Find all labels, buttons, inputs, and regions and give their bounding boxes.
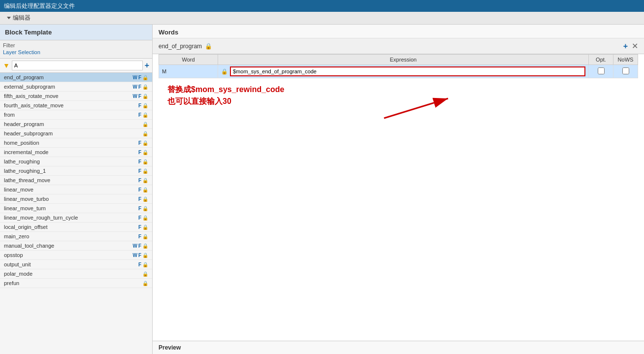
search-input[interactable] xyxy=(12,61,143,70)
sidebar-item-badges: WF🔒 xyxy=(132,253,148,258)
badge-w: W xyxy=(132,253,137,258)
lock-icon: 🔒 xyxy=(142,122,148,127)
lock-icon: 🔒 xyxy=(142,140,148,146)
sidebar-item-badges: F🔒 xyxy=(138,196,148,202)
opt-checkbox[interactable] xyxy=(598,67,605,74)
badge-f: F xyxy=(138,196,141,202)
sidebar-item[interactable]: fromF🔒 xyxy=(0,110,152,120)
badge-f: F xyxy=(138,112,141,118)
badge-w: W xyxy=(132,75,137,80)
sidebar-title: Block Template xyxy=(5,29,52,36)
sidebar-item[interactable]: external_subprogramWF🔒 xyxy=(0,82,152,92)
sidebar: Block Template Filter Layer Selection ▼ … xyxy=(0,25,153,354)
sidebar-item[interactable]: linear_move_turnF🔒 xyxy=(0,204,152,213)
expression-input[interactable] xyxy=(230,66,585,76)
sidebar-item[interactable]: manual_tool_changeWF🔒 xyxy=(0,241,152,251)
sidebar-item[interactable]: linear_move_turboF🔒 xyxy=(0,194,152,204)
sidebar-item-badges: F🔒 xyxy=(138,112,148,118)
words-title-bar: end_of_program 🔒 + ✕ xyxy=(153,38,644,54)
badge-f: F xyxy=(138,94,141,99)
sidebar-item[interactable]: linear_moveF🔒 xyxy=(0,185,152,194)
lock-icon: 🔒 xyxy=(142,168,148,174)
sidebar-item[interactable]: lathe_thread_moveF🔒 xyxy=(0,176,152,185)
sidebar-item-name: header_subprogram xyxy=(4,130,142,136)
filter-icon: ▼ xyxy=(3,62,10,69)
sidebar-item-name: opsstop xyxy=(4,252,132,258)
sidebar-item[interactable]: fifth_axis_rotate_moveWF🔒 xyxy=(0,92,152,101)
th-opt: Opt. xyxy=(589,55,613,65)
sidebar-item-badges: WF🔒 xyxy=(132,94,148,99)
sidebar-item-badges: F🔒 xyxy=(138,234,148,239)
sidebar-item-name: external_subprogram xyxy=(4,84,132,90)
sidebar-item[interactable]: polar_mode🔒 xyxy=(0,269,152,279)
add-word-button[interactable]: + xyxy=(623,42,628,51)
words-title-left: end_of_program 🔒 xyxy=(159,43,212,50)
lock-icon: 🔒 xyxy=(142,253,148,258)
sidebar-item[interactable]: incremental_modeF🔒 xyxy=(0,148,152,157)
badge-f: F xyxy=(138,234,141,239)
sidebar-item-badges: F🔒 xyxy=(138,140,148,146)
preview-section: Preview xyxy=(153,341,644,354)
badge-f: F xyxy=(138,75,141,80)
sidebar-item[interactable]: linear_move_rough_turn_cycleF🔒 xyxy=(0,213,152,223)
lock-icon: 🔒 xyxy=(142,262,148,267)
sidebar-item-badges: WF🔒 xyxy=(132,75,148,80)
sidebar-item[interactable]: lathe_roughingF🔒 xyxy=(0,157,152,166)
badge-f: F xyxy=(138,206,141,211)
sidebar-item[interactable]: prefun🔒 xyxy=(0,279,152,288)
sidebar-item-name: polar_mode xyxy=(4,271,142,277)
sidebar-item[interactable]: opsstopWF🔒 xyxy=(0,251,152,260)
sidebar-item-name: end_of_program xyxy=(4,74,132,80)
menu-editor-label: 编辑器 xyxy=(13,14,31,22)
menu-editor[interactable]: 编辑器 xyxy=(4,13,33,23)
lock-icon: 🔒 xyxy=(142,84,148,90)
lock-icon: 🔒 xyxy=(142,103,148,108)
badge-w: W xyxy=(132,243,137,249)
close-words-button[interactable]: ✕ xyxy=(632,41,638,51)
badge-f: F xyxy=(138,84,141,90)
badge-f: F xyxy=(138,168,141,174)
block-name: end_of_program xyxy=(159,43,202,50)
layer-selection[interactable]: Layer Selection xyxy=(3,49,149,55)
badge-f: F xyxy=(138,103,141,108)
sidebar-item-badges: F🔒 xyxy=(138,103,148,108)
add-block-button[interactable]: + xyxy=(145,62,149,69)
sidebar-item-badges: F🔒 xyxy=(138,215,148,221)
menu-bar: 编辑器 xyxy=(0,12,644,25)
sidebar-item-name: linear_move xyxy=(4,187,138,193)
sidebar-item[interactable]: lathe_roughing_1F🔒 xyxy=(0,166,152,176)
sidebar-item-name: lathe_roughing xyxy=(4,159,138,164)
lock-icon: 🔒 xyxy=(142,281,148,286)
sidebar-item-name: linear_move_turbo xyxy=(4,196,138,202)
sidebar-item-badges: F🔒 xyxy=(138,262,148,267)
sidebar-item[interactable]: end_of_programWF🔒 xyxy=(0,73,152,82)
th-word: Word xyxy=(159,55,218,65)
sidebar-item[interactable]: home_positionF🔒 xyxy=(0,138,152,148)
nows-checkbox[interactable] xyxy=(622,67,629,74)
badge-f: F xyxy=(138,243,141,249)
sidebar-item-name: manual_tool_change xyxy=(4,243,132,249)
sidebar-item[interactable]: local_origin_offsetF🔒 xyxy=(0,223,152,232)
sidebar-item[interactable]: main_zeroF🔒 xyxy=(0,232,152,241)
lock-icon: 🔒 xyxy=(142,94,148,99)
sidebar-item-name: linear_move_rough_turn_cycle xyxy=(4,215,138,221)
sidebar-item-badges: F🔒 xyxy=(138,187,148,193)
lock-icon: 🔒 xyxy=(142,271,148,277)
main-layout: Block Template Filter Layer Selection ▼ … xyxy=(0,25,644,354)
lock-icon: 🔒 xyxy=(142,75,148,80)
words-section-header: Words xyxy=(153,25,644,38)
lock-icon: 🔒 xyxy=(142,112,148,118)
words-title-actions: + ✕ xyxy=(623,41,638,51)
sidebar-item-name: home_position xyxy=(4,140,138,146)
sidebar-item-name: local_origin_offset xyxy=(4,224,138,230)
preview-label: Preview xyxy=(159,344,181,351)
sidebar-item-badges: F🔒 xyxy=(138,159,148,164)
sidebar-item[interactable]: header_subprogram🔒 xyxy=(0,129,152,138)
badge-f: F xyxy=(138,253,141,258)
content-main: Word Expression Opt. NoWS M🔒 替换成$mom_sys… xyxy=(153,54,644,341)
badge-f: F xyxy=(138,187,141,193)
opt-cell xyxy=(589,65,613,78)
sidebar-item[interactable]: output_unitF🔒 xyxy=(0,260,152,269)
sidebar-item[interactable]: fourth_axis_rotate_moveF🔒 xyxy=(0,101,152,110)
sidebar-item[interactable]: header_program🔒 xyxy=(0,120,152,129)
